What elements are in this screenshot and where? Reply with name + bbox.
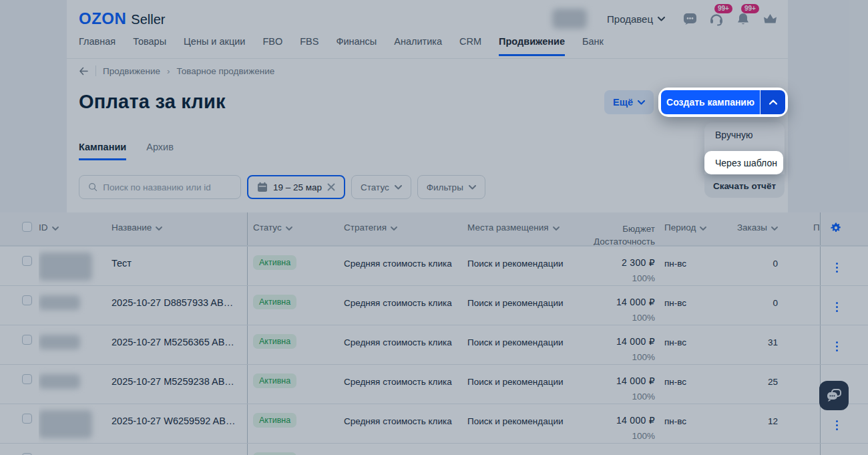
create-campaign-button[interactable]: Создать кампанию [661, 90, 760, 114]
create-campaign-spotlight: Создать кампанию [658, 88, 788, 117]
menu-item-template[interactable]: Через шаблон [704, 151, 783, 174]
tutorial-dim-overlay [0, 0, 868, 455]
ozon-seller-page: OZON Seller Продавец 99+ 99+ [0, 0, 868, 455]
create-campaign-caret-button[interactable] [760, 90, 785, 114]
chevron-up-icon [769, 100, 777, 105]
